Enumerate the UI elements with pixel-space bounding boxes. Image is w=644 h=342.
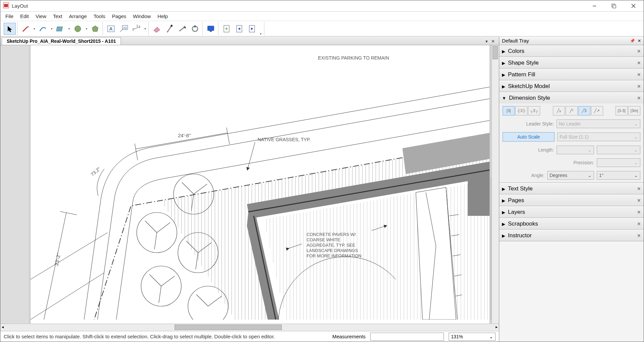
- horizontal-scrollbar[interactable]: ◂ ▸: [0, 324, 499, 331]
- menu-window[interactable]: Window: [130, 12, 154, 20]
- rectangle-tool-button[interactable]: [54, 23, 66, 35]
- circle-tool-button[interactable]: [72, 23, 84, 35]
- menu-edit[interactable]: Edit: [17, 12, 32, 20]
- dim-align-1[interactable]: ╱₃: [553, 106, 565, 115]
- dim-align-4[interactable]: ╱↗: [591, 106, 603, 115]
- panel-shape-style[interactable]: ▶Shape Style✕: [499, 57, 644, 68]
- canvas-viewport[interactable]: 24'-8" 23'-2" 73.2°: [0, 45, 499, 324]
- poly-tool-button[interactable]: [89, 23, 101, 35]
- panel-close-icon[interactable]: ✕: [637, 198, 641, 203]
- circle-tool-dropdown[interactable]: ▾: [84, 27, 88, 30]
- next-page-button[interactable]: [246, 23, 258, 35]
- angle-prec-dropdown[interactable]: 1°⌄: [597, 171, 640, 180]
- panel-close-icon[interactable]: ✕: [637, 84, 641, 89]
- panel-close-icon[interactable]: ✕: [637, 221, 641, 227]
- minimize-button[interactable]: [585, 1, 604, 11]
- panel-close-icon[interactable]: ✕: [637, 209, 641, 215]
- length-label: Length:: [503, 147, 554, 153]
- rectangle-tool-dropdown[interactable]: ▾: [67, 27, 71, 30]
- tab-close-icon[interactable]: ✕: [491, 39, 495, 44]
- vertical-scrollbar[interactable]: [492, 45, 499, 324]
- panel-close-icon[interactable]: ✕: [637, 233, 641, 238]
- scale-dropdown[interactable]: Full Size (1:1)⌄: [557, 133, 640, 141]
- svg-line-36: [30, 273, 104, 320]
- panel-sketchup-model[interactable]: ▶SketchUp Model✕: [499, 80, 644, 92]
- document-tab[interactable]: SketchUp Pro_AIA_Real-World_Short2015 - …: [2, 37, 121, 45]
- hscroll-right-icon[interactable]: ▸: [496, 325, 498, 329]
- menu-view[interactable]: View: [33, 12, 49, 20]
- hscroll-left-icon[interactable]: ◂: [2, 325, 4, 329]
- vscroll-thumb[interactable]: [493, 46, 498, 59]
- prev-page-button[interactable]: [233, 23, 245, 35]
- panel-close-icon[interactable]: ✕: [637, 186, 641, 191]
- dim-align-2[interactable]: ╱³: [566, 106, 578, 115]
- default-tray: Default Tray 📌✕ ▶Colors✕ ▶Shape Style✕ ▶…: [499, 36, 644, 342]
- auto-scale-button[interactable]: Auto Scale: [503, 132, 555, 142]
- dim-unit-2[interactable]: |3m|: [628, 106, 640, 115]
- panel-sumodel-label: SketchUp Model: [508, 83, 550, 89]
- eraser-tool-button[interactable]: [151, 23, 163, 35]
- add-page-button[interactable]: +: [220, 23, 233, 35]
- dim-align-3[interactable]: ╱3: [578, 106, 590, 115]
- panel-colors[interactable]: ▶Colors✕: [499, 45, 644, 57]
- panel-pages[interactable]: ▶Pages✕: [499, 194, 644, 206]
- svg-rect-23: [207, 26, 214, 31]
- panel-close-icon[interactable]: ✕: [637, 49, 641, 54]
- zoom-dropdown[interactable]: 131%⌄: [449, 333, 496, 341]
- hscroll-thumb[interactable]: [175, 325, 282, 330]
- text-tool-button[interactable]: A: [105, 23, 117, 35]
- svg-line-50: [154, 233, 157, 249]
- panel-instructor[interactable]: ▶Instructor✕: [499, 230, 644, 241]
- length-prec-dropdown[interactable]: ⌄: [597, 146, 640, 154]
- panel-close-icon[interactable]: ✕: [637, 60, 641, 66]
- panel-dimension-style[interactable]: ▼Dimension Style✕: [499, 92, 644, 103]
- dim-text-center[interactable]: ┤3├: [515, 106, 527, 115]
- label-tool-button[interactable]: A1: [118, 23, 130, 35]
- menu-help[interactable]: Help: [154, 12, 171, 20]
- toolbar-overflow-dropdown[interactable]: ▾: [259, 32, 263, 35]
- menu-arrange[interactable]: Arrange: [66, 12, 90, 20]
- svg-line-45: [182, 182, 194, 194]
- panel-instructor-label: Instructor: [508, 232, 532, 239]
- dim-text-below[interactable]: ┐3┌: [528, 106, 540, 115]
- dim-unit-1[interactable]: |3-3|: [616, 106, 628, 115]
- precision-dropdown[interactable]: ⌄: [597, 158, 640, 167]
- dimension-tool-button[interactable]: 3: [130, 23, 142, 35]
- svg-line-49: [145, 221, 157, 233]
- arc-tool-button[interactable]: [37, 23, 49, 35]
- menu-tools[interactable]: Tools: [90, 12, 108, 20]
- workspace: SketchUp Pro_AIA_Real-World_Short2015 - …: [0, 36, 644, 342]
- angle-unit-dropdown[interactable]: Degrees⌄: [547, 171, 594, 180]
- tray-pin-icon[interactable]: 📌: [630, 38, 635, 43]
- menu-pages[interactable]: Pages: [109, 12, 129, 20]
- close-button[interactable]: [624, 1, 643, 11]
- presentation-button[interactable]: [205, 23, 217, 35]
- panel-pattern-fill[interactable]: ▶Pattern Fill✕: [499, 69, 644, 80]
- maximize-button[interactable]: [604, 1, 624, 11]
- panel-close-icon[interactable]: ✕: [637, 95, 641, 101]
- panel-close-icon[interactable]: ✕: [637, 72, 641, 77]
- split-tool-button[interactable]: [176, 23, 188, 35]
- menu-file[interactable]: File: [2, 12, 16, 20]
- tray-close-icon[interactable]: ✕: [638, 38, 641, 43]
- style-tool-button[interactable]: [164, 23, 176, 35]
- join-tool-button[interactable]: [189, 23, 201, 35]
- svg-rect-24: [210, 31, 212, 32]
- panel-text-style[interactable]: ▶Text Style✕: [499, 183, 644, 194]
- leader-style-dropdown[interactable]: No Leader⌄: [557, 119, 640, 128]
- dim-text-above[interactable]: |3|: [503, 106, 515, 115]
- line-tool-button[interactable]: [19, 23, 31, 35]
- select-tool-button[interactable]: [4, 23, 16, 35]
- arc-tool-dropdown[interactable]: ▾: [50, 27, 54, 30]
- measurements-input[interactable]: [370, 333, 444, 341]
- svg-rect-1: [4, 4, 8, 7]
- dimension-tool-dropdown[interactable]: ▾: [143, 27, 147, 30]
- panel-layers[interactable]: ▶Layers✕: [499, 206, 644, 218]
- panel-scrapbooks[interactable]: ▶Scrapbooks✕: [499, 218, 644, 229]
- menu-text[interactable]: Text: [50, 12, 65, 20]
- tab-dropdown-icon[interactable]: ▾: [486, 39, 488, 44]
- note-grasses: NATIVE GRASSES, TYP.: [258, 137, 311, 142]
- zoom-value: 131%: [451, 334, 463, 339]
- line-tool-dropdown[interactable]: ▾: [32, 27, 36, 30]
- length-unit-dropdown[interactable]: ⌄: [557, 146, 594, 154]
